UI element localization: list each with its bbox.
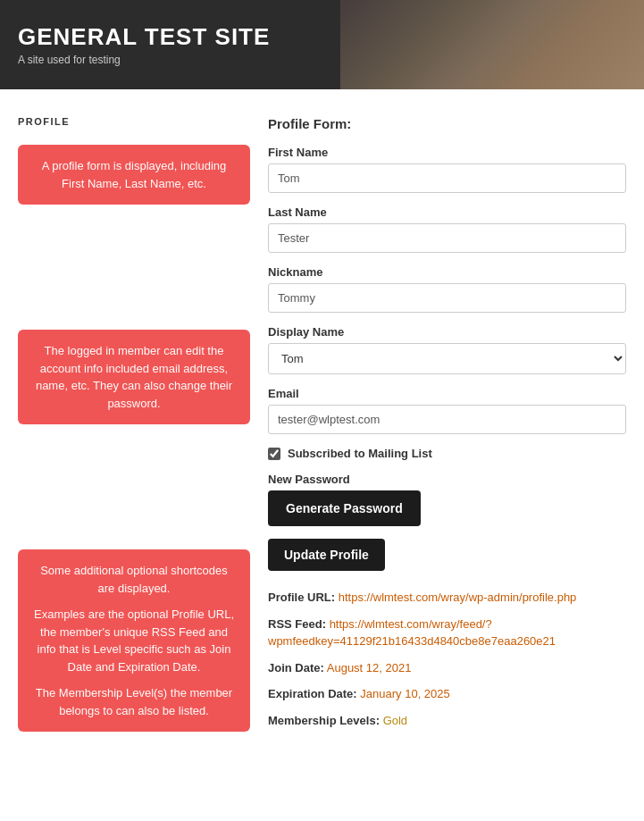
profile-url-link[interactable]: https://wlmtest.com/wray/wp-admin/profil… <box>339 591 577 604</box>
first-name-input[interactable] <box>268 163 626 193</box>
expiration-label: Expiration Date: <box>268 687 357 700</box>
info-box-2-text: The logged in member can edit the accoun… <box>36 344 232 410</box>
membership-label: Membership Levels: <box>268 714 380 727</box>
mailing-list-label: Subscribed to Mailing List <box>288 447 432 460</box>
profile-url-label: Profile URL: <box>268 591 335 604</box>
last-name-group: Last Name <box>268 205 626 253</box>
last-name-input[interactable] <box>268 223 626 253</box>
info-box-1: A profile form is displayed, including F… <box>18 145 250 205</box>
expiration-value: January 10, 2025 <box>360 687 449 700</box>
info-box-3-text-1: Some additional optional shortcodes are … <box>34 562 234 597</box>
membership-value: Gold <box>383 714 407 727</box>
info-box-1-text: A profile form is displayed, including F… <box>42 159 227 190</box>
site-tagline: A site used for testing <box>18 54 270 66</box>
section-label: PROFILE <box>18 116 250 127</box>
join-date-label: Join Date: <box>268 661 324 674</box>
first-name-label: First Name <box>268 146 626 159</box>
new-password-label: New Password <box>268 473 626 486</box>
generate-password-button[interactable]: Generate Password <box>268 490 421 526</box>
form-title: Profile Form: <box>268 116 626 131</box>
profile-url-item: Profile URL: https://wlmtest.com/wray/wp… <box>268 589 626 607</box>
info-box-2: The logged in member can edit the accoun… <box>18 330 250 424</box>
site-title: GENERAL TEST SITE <box>18 23 270 51</box>
join-date-item: Join Date: August 12, 2021 <box>268 659 626 677</box>
nickname-input[interactable] <box>268 283 626 313</box>
rss-feed-label: RSS Feed: <box>268 617 326 631</box>
site-header: GENERAL TEST SITE A site used for testin… <box>0 0 644 89</box>
right-column: Profile Form: First Name Last Name Nickn… <box>268 116 626 750</box>
membership-item: Membership Levels: Gold <box>268 712 626 730</box>
new-password-group: New Password Generate Password <box>268 473 626 526</box>
update-profile-button[interactable]: Update Profile <box>268 539 385 571</box>
display-name-label: Display Name <box>268 325 626 339</box>
left-column: PROFILE A profile form is displayed, inc… <box>18 116 250 750</box>
info-box-3: Some additional optional shortcodes are … <box>18 549 250 732</box>
last-name-label: Last Name <box>268 205 626 219</box>
email-input[interactable] <box>268 405 626 434</box>
display-name-group: Display Name Tom Tommy Tom Tester <box>268 325 626 374</box>
join-date-value: August 12, 2021 <box>327 661 412 674</box>
page-content: PROFILE A profile form is displayed, inc… <box>0 89 644 776</box>
display-name-select[interactable]: Tom Tommy Tom Tester <box>268 343 626 374</box>
mailing-list-checkbox[interactable] <box>268 448 280 460</box>
info-box-3-text-2: Examples are the optional Profile URL, t… <box>34 606 234 675</box>
email-group: Email <box>268 387 626 434</box>
rss-feed-item: RSS Feed: https://wlmtest.com/wray/feed/… <box>268 616 626 650</box>
mailing-list-row: Subscribed to Mailing List <box>268 447 626 460</box>
email-label: Email <box>268 387 626 400</box>
nickname-group: Nickname <box>268 265 626 313</box>
expiration-item: Expiration Date: January 10, 2025 <box>268 685 626 703</box>
first-name-group: First Name <box>268 146 626 193</box>
nickname-label: Nickname <box>268 265 626 279</box>
info-box-3-text-3: The Membership Level(s) the member belon… <box>34 684 234 719</box>
